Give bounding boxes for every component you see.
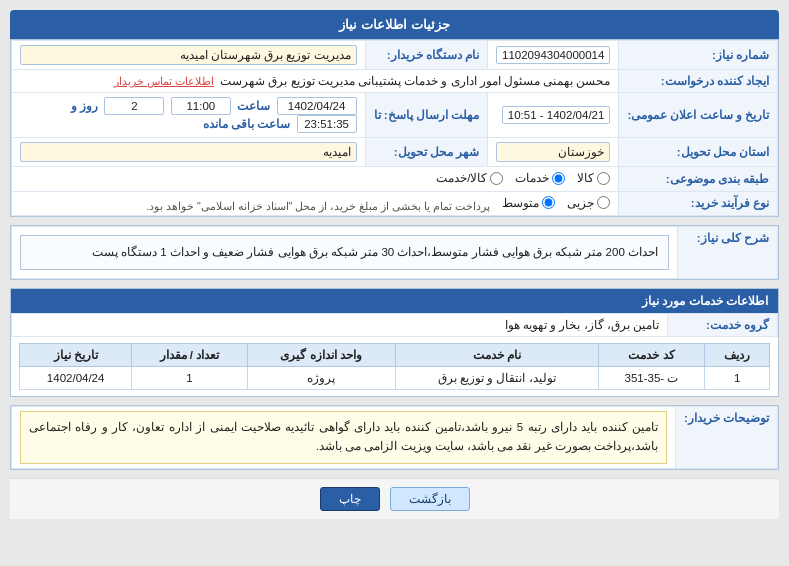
buyer-org-value: مدیریت توزیع برق شهرستان امیدیه bbox=[12, 41, 366, 70]
answer-deadline-label: مهلت ارسال پاسخ: تا bbox=[365, 93, 487, 138]
table-row: 1ت -35-351تولید، انتقال و توزیع برقپروژه… bbox=[20, 366, 770, 389]
col-unit: واحد اندازه گیری bbox=[247, 343, 395, 366]
col-code: کد خدمت bbox=[598, 343, 705, 366]
description-label: شرح کلی نیاز: bbox=[678, 227, 778, 279]
radio-motasat[interactable]: متوسط bbox=[502, 196, 555, 210]
col-date: تاریخ نیاز bbox=[20, 343, 132, 366]
cell-unit: پروژه bbox=[247, 366, 395, 389]
product-type-row: کالا خدمات کالا/خدمت bbox=[12, 167, 619, 192]
service-group-label: گروه خدمت: bbox=[668, 313, 778, 336]
button-row: بازگشت چاپ bbox=[10, 478, 779, 519]
city-label: شهر محل تحویل: bbox=[365, 138, 487, 167]
radio-khadamat[interactable]: خدمات bbox=[515, 171, 565, 185]
radio-kala-khadamat[interactable]: کالا/خدمت bbox=[436, 171, 503, 185]
date-label: تاریخ و ساعت اعلان عمومی: bbox=[619, 93, 778, 138]
buyer-notes-text: تامین کننده باید دارای رتبه 5 نیرو باشد،… bbox=[12, 406, 676, 468]
cell-code: ت -35-351 bbox=[598, 366, 705, 389]
need-number-value: 1102094304000014 bbox=[488, 41, 619, 70]
requester-value: محسن بهمنی مسئول امور اداری و خدمات پشتی… bbox=[12, 70, 619, 93]
answer-deadline-row: 1402/04/24 ساعت 11:00 2 روز و 23:51:35 س… bbox=[12, 93, 366, 138]
col-name: نام خدمت bbox=[395, 343, 598, 366]
requester-label: ایجاد کننده درخواست: bbox=[619, 70, 778, 93]
province-value: خوزستان bbox=[488, 138, 619, 167]
contact-link[interactable]: اطلاعات تماس خریدار bbox=[114, 75, 214, 87]
radio-kala[interactable]: کالا bbox=[577, 171, 610, 185]
cell-date: 1402/04/24 bbox=[20, 366, 132, 389]
col-row: ردیف bbox=[705, 343, 770, 366]
radio-jozee[interactable]: جزیی bbox=[567, 196, 610, 210]
product-type-label: طبقه بندی موضوعی: bbox=[619, 167, 778, 192]
description-text: احداث 200 متر شبکه برق هوایی فشار متوسط،… bbox=[12, 227, 678, 279]
cell-qty: 1 bbox=[132, 366, 247, 389]
buyer-org-label: نام دستگاه خریدار: bbox=[365, 41, 487, 70]
service-section-title: اطلاعات خدمات مورد نیاز bbox=[11, 289, 778, 313]
process-type-label: نوع فرآیند خرید: bbox=[619, 191, 778, 216]
need-number-label: شماره نیاز: bbox=[619, 41, 778, 70]
service-group-value: تامین برق، گاز، بخار و تهویه هوا bbox=[12, 313, 668, 336]
service-table: ردیف کد خدمت نام خدمت واحد اندازه گیری ت… bbox=[19, 343, 770, 390]
process-type-row: جزیی متوسط پرداخت تمام یا بخشی از مبلغ خ… bbox=[12, 191, 619, 216]
print-button[interactable]: چاپ bbox=[320, 487, 380, 511]
back-button[interactable]: بازگشت bbox=[390, 487, 470, 511]
buyer-notes-label: توضیحات خریدار: bbox=[675, 406, 777, 468]
col-qty: تعداد / مقدار bbox=[132, 343, 247, 366]
province-label: استان محل تحویل: bbox=[619, 138, 778, 167]
date-value: 1402/04/21 - 10:51 bbox=[488, 93, 619, 138]
cell-name: تولید، انتقال و توزیع برق bbox=[395, 366, 598, 389]
city-value: امیدیه bbox=[12, 138, 366, 167]
cell-row: 1 bbox=[705, 366, 770, 389]
page-header: جزئیات اطلاعات نیاز bbox=[10, 10, 779, 39]
